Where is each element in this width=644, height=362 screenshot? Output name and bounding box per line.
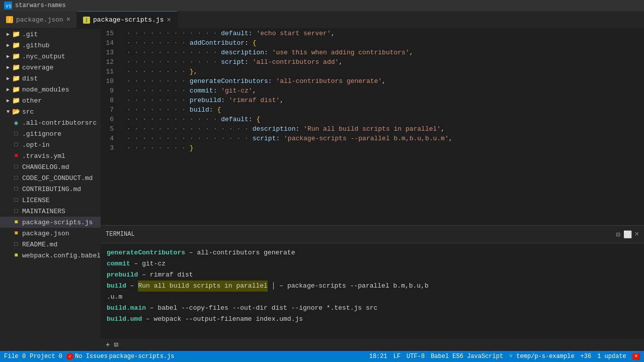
status-git-branch[interactable]: ⑂ temp/p-s-example — [509, 353, 574, 360]
tab-package-json[interactable]: j package.json × — [0, 11, 77, 28]
line-num-5: 5 — [101, 124, 118, 134]
file-icon-all-contributors: ◉ — [12, 119, 20, 127]
status-eol[interactable]: LF — [393, 353, 400, 360]
sidebar-item-label-node-modules: node_modules — [22, 86, 69, 94]
terminal-line-build-main: build.main – babel --copy-files --out-di… — [107, 303, 638, 314]
app-icon: vs — [4, 2, 12, 10]
terminal-line-commit: commit – git-cz — [107, 258, 638, 269]
term-sep-build-umd: – webpack --output-filename index.umd.js — [142, 314, 303, 325]
terminal-line-generateContributors: generateContributors – all-contributors … — [107, 247, 638, 258]
term-label-prebuild: prebuild — [107, 269, 138, 281]
line-num-15: 15 — [101, 29, 118, 38]
tab-close-package-json[interactable]: × — [66, 16, 70, 24]
file-icon-travis: ■ — [12, 152, 20, 160]
file-icon-code-of-conduct: □ — [12, 174, 20, 182]
folder-icon-coverage: 📁 — [12, 63, 20, 71]
checkmark-icon: ✓ — [66, 353, 73, 360]
sidebar: ▶ 📁 .git ▶ 📁 .github ▶ 📁 .nyc_output ▶ 📁… — [0, 29, 101, 351]
code-line-9: · · · · · · · · commit: 'git-cz', — [127, 86, 644, 96]
sidebar-item-gitignore[interactable]: □ .gitignore — [0, 128, 101, 139]
sidebar-item-git[interactable]: ▶ 📁 .git — [0, 29, 101, 40]
folder-icon-nyc: 📁 — [12, 52, 20, 60]
code-line-5: · · · · · · · · · · · · · · · · descript… — [127, 124, 644, 134]
line-num-6: 6 — [101, 115, 118, 124]
code-line-7: · · · · · · · · build: { — [127, 105, 644, 115]
sidebar-item-label-webpack-config: webpack.config.babel.js — [22, 252, 101, 259]
main-layout: ▶ 📁 .git ▶ 📁 .github ▶ 📁 .nyc_output ▶ 📁… — [0, 29, 644, 351]
code-line-10: · · · · · · · · generateContributors: 'a… — [127, 76, 644, 86]
sidebar-item-other[interactable]: ▶ 📁 other — [0, 95, 101, 106]
file-icon-gitignore: □ — [12, 130, 20, 138]
file-icon-contributing: □ — [12, 185, 20, 193]
sidebar-item-label-github: .github — [22, 42, 50, 49]
term-label-build-main: build.main — [107, 303, 146, 314]
sidebar-item-label-maintainers: MAINTAINERS — [22, 208, 65, 215]
status-no-issues[interactable]: ✓ No Issues package-scripts.js — [66, 353, 174, 360]
sidebar-item-label-coverage: coverage — [22, 64, 53, 71]
sidebar-item-label-dist: dist — [22, 75, 38, 82]
json-file-icon: j — [6, 16, 13, 23]
status-encoding[interactable]: UTF-8 — [407, 353, 425, 360]
sidebar-item-contributing[interactable]: □ CONTRIBUTING.md — [0, 184, 101, 195]
sidebar-item-code-of-conduct[interactable]: □ CODE_OF_CONDUCT.md — [0, 172, 101, 184]
tabs-bar: j package.json × j package-scripts.js × — [0, 11, 644, 29]
code-content[interactable]: · · · · · · · · · · · · default: 'echo s… — [122, 29, 644, 225]
sidebar-item-label-package-json: package.json — [22, 230, 69, 237]
status-position[interactable]: 18:21 — [369, 353, 387, 360]
tab-package-scripts-js[interactable]: j package-scripts.js × — [77, 11, 178, 28]
status-project-item[interactable]: Project 0 — [30, 353, 62, 360]
sidebar-item-changelog[interactable]: □ CHANGELOG.md — [0, 161, 101, 172]
line-num-4: 4 — [101, 134, 118, 143]
code-editor[interactable]: 15 14 13 12 11 10 9 8 7 6 5 4 3 · · · · … — [101, 29, 644, 225]
chevron-right-icon-node-modules: ▶ — [4, 85, 12, 94]
term-build-cursor: │ — [268, 281, 276, 292]
sidebar-item-package-json[interactable]: ■ package.json — [0, 228, 101, 239]
close-terminal-icon[interactable]: × — [635, 230, 639, 239]
sidebar-item-webpack-config[interactable]: ■ webpack.config.babel.js — [0, 250, 101, 261]
status-update-badge[interactable]: 1 update — [597, 353, 626, 360]
sidebar-item-dist[interactable]: ▶ 📁 dist — [0, 73, 101, 84]
sidebar-item-label-opt-in: .opt-in — [22, 141, 50, 149]
sidebar-item-readme[interactable]: □ README.md — [0, 239, 101, 250]
sidebar-item-src[interactable]: ▼ 📂 src — [0, 106, 101, 117]
sidebar-item-github[interactable]: ▶ 📁 .github — [0, 40, 101, 51]
status-notifications[interactable]: +36 — [581, 353, 592, 360]
term-build-script: – package-scripts --parallel b.m,b.u,b — [275, 281, 428, 292]
maximize-terminal-icon[interactable]: ⬜ — [623, 230, 632, 239]
terminal: TERMINAL ⊡ ⬜ × generateContributors – al… — [101, 225, 644, 351]
status-filename: package-scripts.js — [109, 353, 175, 360]
sidebar-item-coverage[interactable]: ▶ 📁 coverage — [0, 62, 101, 73]
tab-close-package-scripts-js[interactable]: × — [167, 16, 171, 24]
sidebar-item-nyc-output[interactable]: ▶ 📁 .nyc_output — [0, 51, 101, 62]
sidebar-item-label-src: src — [22, 108, 34, 116]
file-icon-license: □ — [12, 196, 20, 204]
status-file-item[interactable]: File 0 — [4, 353, 26, 360]
status-language[interactable]: Babel ES6 JavaScript — [431, 353, 503, 360]
terminal-content[interactable]: generateContributors – all-contributors … — [101, 243, 644, 338]
terminal-line-build: build – Run all build scripts in paralle… — [107, 281, 638, 292]
line-num-9: 9 — [101, 86, 118, 96]
sidebar-item-all-contributorsrc[interactable]: ◉ .all-contributorsrc — [0, 117, 101, 128]
sidebar-item-opt-in[interactable]: □ .opt-in — [0, 139, 101, 150]
sidebar-item-package-scripts-js[interactable]: ■ package-scripts.js — [0, 217, 101, 228]
editor-area: 15 14 13 12 11 10 9 8 7 6 5 4 3 · · · · … — [101, 29, 644, 351]
sidebar-item-maintainers[interactable]: □ MAINTAINERS — [0, 206, 101, 217]
terminal-shell-icon[interactable]: ⊡ — [114, 340, 118, 349]
sidebar-item-license[interactable]: □ LICENSE — [0, 195, 101, 206]
folder-icon-github: 📁 — [12, 41, 20, 49]
folder-icon-node-modules: 📁 — [12, 85, 20, 94]
line-num-10: 10 — [101, 76, 118, 86]
status-error-close[interactable]: × — [632, 353, 640, 360]
git-branch-icon: ⑂ — [509, 353, 516, 360]
code-line-6: · · · · · · · · · · · · default: { — [127, 115, 644, 124]
sidebar-item-node-modules[interactable]: ▶ 📁 node_modules — [0, 84, 101, 95]
term-sep-commit: – git-cz — [130, 258, 166, 269]
sidebar-item-label-license: LICENSE — [22, 197, 50, 204]
folder-icon-dist: 📁 — [12, 74, 20, 82]
sidebar-item-travis-yml[interactable]: ■ .travis.yml — [0, 150, 101, 161]
chevron-right-icon-nyc: ▶ — [4, 52, 12, 60]
sidebar-item-label-changelog: CHANGELOG.md — [22, 163, 69, 171]
add-terminal-icon[interactable]: + — [106, 341, 110, 349]
split-terminal-icon[interactable]: ⊡ — [616, 230, 620, 239]
sidebar-item-label-git: .git — [22, 31, 38, 38]
